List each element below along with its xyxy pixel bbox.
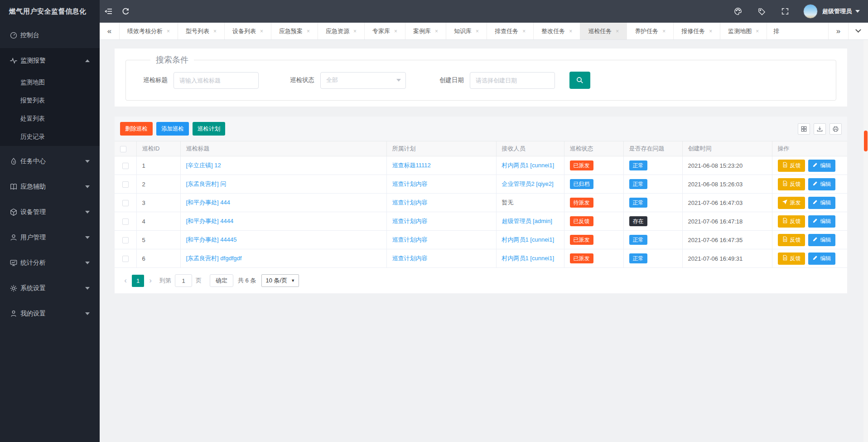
tab-close-icon[interactable]: ×: [756, 28, 759, 34]
tab-监测地图[interactable]: 监测地图×: [720, 23, 767, 39]
toolbar-button-添加巡检[interactable]: 添加巡检: [156, 122, 189, 136]
tab-close-icon[interactable]: ×: [213, 28, 217, 34]
tab-设备列表[interactable]: 设备列表×: [225, 23, 271, 39]
toolbar-button-删除巡检[interactable]: 删除巡检: [120, 122, 153, 136]
inspect-title-link[interactable]: [东孟良营村] 问: [186, 180, 227, 187]
user-avatar[interactable]: [803, 4, 818, 19]
toolbar-button-巡检计划[interactable]: 巡检计划: [193, 122, 225, 136]
edit-button[interactable]: 编辑: [808, 215, 835, 228]
tabs-scroll-right-icon[interactable]: »: [828, 23, 848, 39]
feedback-button[interactable]: 反馈: [778, 253, 805, 265]
tab-报修任务[interactable]: 报修任务×: [674, 23, 720, 39]
tab-close-icon[interactable]: ×: [394, 28, 397, 34]
goto-confirm-button[interactable]: 确定: [210, 274, 233, 287]
tab-知识库[interactable]: 知识库×: [446, 23, 487, 39]
prev-page-icon[interactable]: ‹: [120, 276, 131, 285]
tabs-scroll-left-icon[interactable]: «: [100, 23, 120, 39]
row-checkbox[interactable]: [122, 256, 129, 262]
sidebar-item-设备管理[interactable]: 设备管理: [0, 199, 100, 225]
inspect-title-input[interactable]: [174, 72, 259, 89]
tab-close-icon[interactable]: ×: [522, 28, 526, 34]
feedback-button[interactable]: 反馈: [778, 215, 805, 228]
tag-icon[interactable]: [750, 0, 773, 23]
menu-fold-icon[interactable]: [100, 0, 117, 23]
tab-案例库[interactable]: 案例库×: [405, 23, 446, 39]
sidebar-item-统计分析[interactable]: 统计分析: [0, 250, 100, 276]
row-checkbox[interactable]: [122, 163, 129, 169]
sidebar-subitem-历史记录[interactable]: 历史记录: [0, 128, 100, 146]
receiver-link[interactable]: 企业管理员2 [qiye2]: [502, 180, 554, 187]
sidebar-subitem-报警列表[interactable]: 报警列表: [0, 92, 100, 110]
edit-button[interactable]: 编辑: [808, 178, 835, 190]
edit-button[interactable]: 编辑: [808, 234, 835, 246]
sidebar-item-任务中心[interactable]: 任务中心: [0, 149, 100, 174]
inspect-status-select[interactable]: 全部: [320, 72, 406, 89]
sidebar-item-用户管理[interactable]: 用户管理: [0, 225, 100, 250]
sidebar-item-控制台[interactable]: 控制台: [0, 23, 100, 48]
inspect-title-link[interactable]: [和平办事处] 444: [186, 199, 231, 206]
feedback-button[interactable]: 反馈: [778, 160, 805, 172]
inspect-title-link[interactable]: [和平办事处] 4444: [186, 218, 234, 224]
receiver-link[interactable]: 村内两员1 [cunnei1]: [502, 255, 555, 262]
edit-button[interactable]: 编辑: [808, 253, 835, 265]
tab-close-icon[interactable]: ×: [260, 28, 263, 34]
plan-link[interactable]: 巡查标题11112: [392, 162, 431, 169]
edit-button[interactable]: 编辑: [808, 197, 835, 209]
plan-link[interactable]: 巡查计划内容: [392, 236, 428, 243]
tab-排查任务[interactable]: 排查任务×: [487, 23, 534, 39]
user-name[interactable]: 超级管理员: [822, 7, 852, 15]
download-tool-button[interactable]: [814, 123, 826, 135]
row-checkbox[interactable]: [122, 181, 129, 188]
refresh-icon[interactable]: [117, 0, 134, 23]
column-grid-tool-button[interactable]: [798, 123, 810, 135]
receiver-link[interactable]: 村内两员1 [cunnei1]: [502, 162, 555, 169]
create-date-input[interactable]: [470, 72, 555, 89]
goto-page-input[interactable]: [175, 274, 192, 287]
tab-close-icon[interactable]: ×: [435, 28, 438, 34]
tab-排[interactable]: 排: [767, 23, 781, 39]
scrollbar-thumb[interactable]: [864, 131, 868, 151]
dispatch-button[interactable]: 派发: [778, 197, 805, 209]
tab-专家库[interactable]: 专家库×: [365, 23, 405, 39]
page-number[interactable]: 1: [132, 275, 144, 287]
sidebar-subitem-处置列表[interactable]: 处置列表: [0, 110, 100, 128]
tab-养护任务[interactable]: 养护任务×: [627, 23, 674, 39]
select-all-checkbox[interactable]: [120, 146, 126, 152]
plan-link[interactable]: 巡查计划内容: [392, 180, 428, 187]
plan-link[interactable]: 巡查计划内容: [392, 255, 428, 262]
tabs-menu-icon[interactable]: [848, 23, 868, 39]
vertical-scrollbar[interactable]: [863, 40, 868, 442]
tab-close-icon[interactable]: ×: [353, 28, 357, 34]
feedback-button[interactable]: 反馈: [778, 234, 805, 246]
tab-整改任务[interactable]: 整改任务×: [534, 23, 580, 39]
tab-close-icon[interactable]: ×: [167, 28, 170, 34]
tab-close-icon[interactable]: ×: [307, 28, 310, 34]
page-size-select[interactable]: 10 条/页 ▼: [261, 274, 299, 287]
tab-close-icon[interactable]: ×: [662, 28, 665, 34]
sidebar-item-我的设置[interactable]: 我的设置: [0, 301, 100, 326]
inspect-title-link[interactable]: [东孟良营村] dfgdfgdf: [186, 255, 242, 262]
tab-close-icon[interactable]: ×: [476, 28, 479, 34]
sidebar-item-监测报警[interactable]: 监测报警: [0, 48, 100, 73]
tab-绩效考核分析[interactable]: 绩效考核分析×: [120, 23, 178, 39]
row-checkbox[interactable]: [122, 219, 129, 225]
sidebar-item-应急辅助[interactable]: 应急辅助: [0, 174, 100, 199]
tab-close-icon[interactable]: ×: [569, 28, 572, 34]
row-checkbox[interactable]: [122, 237, 129, 243]
next-page-icon[interactable]: ›: [145, 276, 156, 285]
print-tool-button[interactable]: [829, 123, 842, 135]
sidebar-subitem-监测地图[interactable]: 监测地图: [0, 73, 100, 92]
tab-close-icon[interactable]: ×: [709, 28, 712, 34]
plan-link[interactable]: 巡查计划内容: [392, 218, 428, 224]
receiver-link[interactable]: 村内两员1 [cunnei1]: [502, 236, 555, 243]
tab-型号列表[interactable]: 型号列表×: [178, 23, 225, 39]
edit-button[interactable]: 编辑: [808, 160, 835, 172]
receiver-link[interactable]: 超级管理员 [admin]: [502, 218, 552, 224]
palette-icon[interactable]: [726, 0, 750, 23]
inspect-title-link[interactable]: [和平办事处] 44445: [186, 236, 237, 243]
feedback-button[interactable]: 反馈: [778, 178, 805, 190]
plan-link[interactable]: 巡查计划内容: [392, 199, 428, 206]
tab-应急预案[interactable]: 应急预案×: [271, 23, 318, 39]
tab-应急资源[interactable]: 应急资源×: [318, 23, 365, 39]
tab-巡检任务[interactable]: 巡检任务×: [580, 23, 627, 39]
